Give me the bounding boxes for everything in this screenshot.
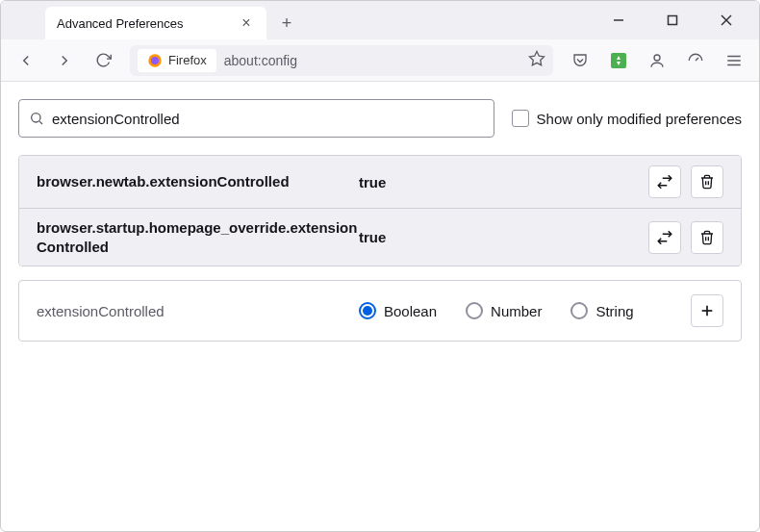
radio-icon	[359, 302, 376, 319]
delete-button[interactable]	[691, 165, 723, 198]
new-preference-name: extensionControlled	[37, 303, 359, 319]
type-number-option[interactable]: Number	[466, 302, 542, 319]
account-icon[interactable]	[642, 45, 672, 76]
toolbar: Firefox about:config	[1, 39, 759, 82]
profiler-icon[interactable]	[680, 45, 711, 76]
titlebar: Advanced Preferences × +	[1, 1, 759, 39]
about-config-content: Show only modified preferences browser.n…	[1, 82, 759, 359]
bookmark-star-icon[interactable]	[528, 50, 545, 71]
type-label: Boolean	[384, 303, 437, 319]
svg-rect-1	[669, 16, 677, 25]
type-boolean-option[interactable]: Boolean	[359, 302, 437, 319]
extension-icon[interactable]	[603, 45, 634, 76]
minimize-button[interactable]	[601, 7, 636, 34]
menu-icon[interactable]	[719, 45, 749, 76]
preference-row: browser.startup.homepage_override.extens…	[19, 209, 741, 266]
show-modified-checkbox[interactable]: Show only modified preferences	[512, 110, 742, 127]
type-string-option[interactable]: String	[570, 302, 633, 319]
svg-point-8	[654, 55, 660, 61]
svg-line-14	[39, 121, 42, 124]
svg-point-5	[151, 57, 159, 64]
url-bar[interactable]: Firefox about:config	[130, 45, 553, 76]
radio-icon	[466, 302, 483, 319]
checkbox-icon	[512, 110, 529, 127]
window-controls	[601, 7, 744, 34]
preference-value: true	[359, 229, 648, 245]
url-text: about:config	[224, 53, 297, 68]
preferences-table: browser.newtab.extensionControlled true …	[18, 155, 742, 266]
identity-label: Firefox	[168, 53, 207, 67]
close-tab-icon[interactable]: ×	[238, 14, 255, 32]
forward-button[interactable]	[49, 45, 80, 76]
reload-button[interactable]	[88, 45, 118, 76]
svg-marker-6	[530, 51, 545, 64]
type-label: Number	[491, 303, 542, 319]
firefox-logo-icon	[147, 53, 163, 68]
add-button[interactable]	[691, 294, 723, 327]
back-button[interactable]	[11, 45, 41, 76]
tab-title: Advanced Preferences	[57, 16, 184, 31]
toggle-button[interactable]	[648, 165, 681, 198]
maximize-button[interactable]	[655, 7, 690, 34]
search-input[interactable]	[52, 111, 484, 127]
preference-value: true	[359, 174, 648, 190]
preference-name: browser.newtab.extensionControlled	[37, 172, 359, 191]
preference-name: browser.startup.homepage_override.extens…	[37, 218, 359, 256]
browser-tab[interactable]: Advanced Preferences ×	[45, 7, 266, 39]
svg-line-9	[696, 58, 698, 61]
new-tab-button[interactable]: +	[272, 9, 301, 38]
close-window-button[interactable]	[709, 7, 744, 34]
type-radio-group: Boolean Number String	[359, 302, 691, 319]
search-row: Show only modified preferences	[18, 99, 742, 138]
search-icon	[29, 111, 44, 126]
identity-badge[interactable]: Firefox	[138, 49, 216, 72]
delete-button[interactable]	[691, 221, 723, 254]
preference-row: browser.newtab.extensionControlled true	[19, 156, 741, 209]
preference-actions	[648, 221, 723, 254]
radio-icon	[570, 302, 588, 319]
pocket-icon[interactable]	[565, 45, 595, 76]
new-preference-row: extensionControlled Boolean Number Strin…	[18, 280, 742, 342]
svg-rect-7	[611, 53, 626, 68]
preference-actions	[691, 294, 723, 327]
svg-point-13	[32, 114, 40, 122]
type-label: String	[595, 303, 633, 319]
search-box[interactable]	[18, 99, 494, 138]
preference-actions	[648, 165, 723, 198]
show-modified-label: Show only modified preferences	[537, 111, 742, 127]
toggle-button[interactable]	[648, 221, 681, 254]
